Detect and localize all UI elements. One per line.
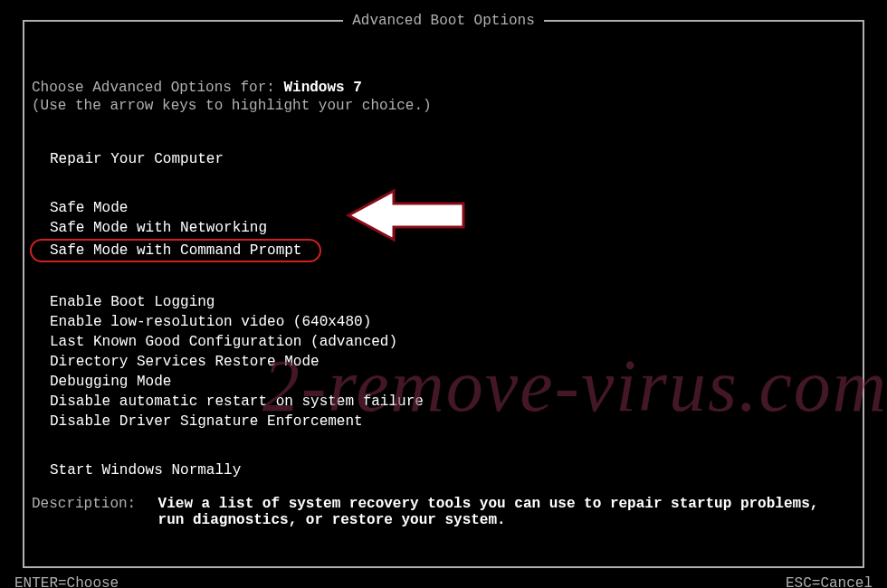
description-label: Description:	[32, 496, 149, 512]
menu-item-debugging-mode[interactable]: Debugging Mode	[32, 373, 171, 391]
title-bar: Advanced Boot Options	[0, 13, 887, 29]
page-title: Advanced Boot Options	[343, 13, 544, 29]
menu-item-safe-mode-networking[interactable]: Safe Mode with Networking	[32, 219, 267, 237]
footer-esc-hint: ESC=Cancel	[780, 575, 878, 588]
prompt-line: Choose Advanced Options for: Windows 7	[32, 80, 855, 96]
menu-item-disable-auto-restart[interactable]: Disable automatic restart on system fail…	[32, 393, 424, 411]
menu-item-safe-mode-command-prompt[interactable]: Safe Mode with Command Prompt	[30, 239, 321, 262]
description-text: View a list of system recovery tools you…	[158, 496, 846, 528]
menu-item-last-known-good[interactable]: Last Known Good Configuration (advanced)	[32, 333, 397, 351]
hint-line: (Use the arrow keys to highlight your ch…	[32, 98, 855, 114]
footer-enter-hint: ENTER=Choose	[9, 575, 124, 588]
menu-item-repair-your-computer[interactable]: Repair Your Computer	[32, 150, 224, 168]
menu-item-directory-services-restore[interactable]: Directory Services Restore Mode	[32, 353, 320, 371]
menu-item-disable-driver-sig[interactable]: Disable Driver Signature Enforcement	[32, 413, 363, 431]
menu-item-start-normally[interactable]: Start Windows Normally	[32, 461, 241, 479]
menu-item-enable-boot-logging[interactable]: Enable Boot Logging	[32, 293, 215, 311]
content-area: Choose Advanced Options for: Windows 7 (…	[32, 54, 855, 552]
boot-menu[interactable]: Repair Your Computer Safe Mode Safe Mode…	[32, 150, 855, 481]
prompt-prefix: Choose Advanced Options for:	[32, 80, 283, 96]
description-block: Description: View a list of system recov…	[32, 496, 855, 528]
os-name: Windows 7	[283, 80, 361, 96]
menu-item-low-res-video[interactable]: Enable low-resolution video (640x480)	[32, 313, 371, 331]
menu-item-safe-mode[interactable]: Safe Mode	[32, 199, 128, 217]
